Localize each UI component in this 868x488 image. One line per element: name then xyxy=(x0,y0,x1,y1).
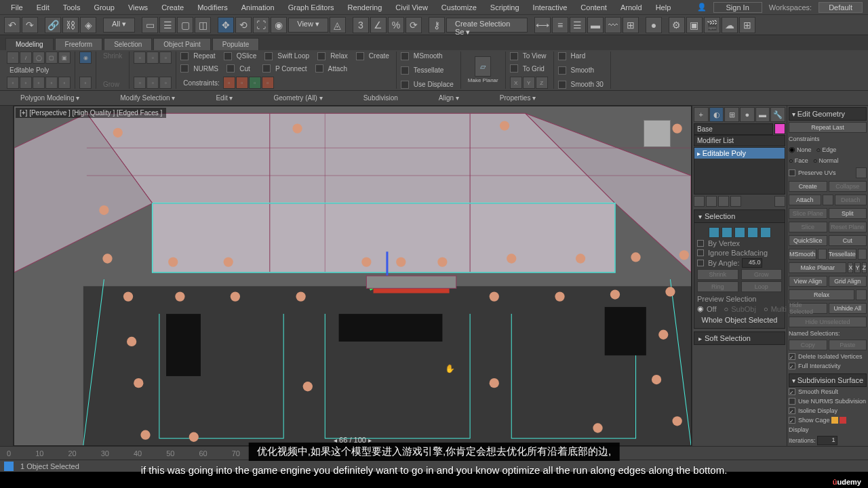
relax-btn[interactable]: Relax xyxy=(328,52,351,60)
sel-edge[interactable] xyxy=(722,227,732,238)
hard-btn[interactable]: Hard xyxy=(568,52,589,60)
viewcube[interactable] xyxy=(637,113,677,154)
menu-customize[interactable]: Customize xyxy=(436,2,482,13)
menu-create[interactable]: Create xyxy=(156,2,189,13)
render-button[interactable]: 🎬 xyxy=(704,17,720,33)
g1[interactable]: ▫ xyxy=(134,52,146,64)
togrid-btn[interactable]: To Grid xyxy=(520,64,547,73)
full-interactivity[interactable]: Full Interactivity xyxy=(798,363,841,369)
outline-btn[interactable]: ▫ xyxy=(45,77,58,89)
menu-edit[interactable]: Edit xyxy=(31,2,55,13)
tessellate-btn[interactable]: Tessellate xyxy=(411,66,446,75)
spinner-snap-button[interactable]: ⟳ xyxy=(406,17,422,33)
modifier-list[interactable]: Modifier List xyxy=(694,135,785,146)
c3[interactable]: ▫ xyxy=(249,77,261,89)
bevel-btn[interactable]: ▫ xyxy=(20,77,32,89)
grid-align[interactable]: Grid Align xyxy=(829,276,867,287)
edge-mode[interactable]: / xyxy=(20,52,32,64)
c2[interactable]: ▫ xyxy=(236,77,248,89)
use-nurms[interactable]: Use NURMS Subdivision xyxy=(798,398,866,405)
mp-y[interactable]: Y xyxy=(854,262,860,273)
constraint-none[interactable]: None xyxy=(797,146,812,153)
nurms-btn[interactable]: NURMS xyxy=(191,64,221,73)
show-cage[interactable]: Show Cage xyxy=(798,417,830,424)
select-name-button[interactable]: ☰ xyxy=(159,17,176,33)
unhide-all[interactable]: Unhide All xyxy=(829,303,867,314)
poly-modeling-dropdown[interactable]: Polygon Modeling ▾ xyxy=(20,94,79,102)
bind-button[interactable]: ◈ xyxy=(80,17,96,33)
tab-freeform[interactable]: Freeform xyxy=(55,38,103,50)
display-tab[interactable]: ▬ xyxy=(755,107,770,122)
curve-editor-button[interactable]: 〰 xyxy=(605,17,621,33)
menu-animation[interactable]: Animation xyxy=(236,2,280,13)
menu-arnold[interactable]: Arnold xyxy=(615,2,648,13)
pivot-button[interactable]: ◬ xyxy=(330,17,346,33)
workspace-select[interactable]: Default xyxy=(818,2,863,13)
hide-unselected[interactable]: Hide Unselected xyxy=(789,317,867,327)
motion-tab[interactable]: ● xyxy=(740,107,755,122)
repeat-last[interactable]: Repeat Last xyxy=(789,122,867,133)
preview-multi[interactable]: Multi xyxy=(771,305,787,313)
edit-dropdown[interactable]: Edit ▾ xyxy=(216,94,233,102)
pconnect-btn[interactable]: P Connect xyxy=(273,64,310,73)
unlink-button[interactable]: ⛓ xyxy=(62,17,79,33)
align-dropdown[interactable]: Align ▾ xyxy=(439,94,459,102)
shrink-sel[interactable]: Shrink xyxy=(697,269,738,280)
menu-graph[interactable]: Graph Editors xyxy=(283,2,340,13)
modifier-stack[interactable]: ▸ Editable Poly xyxy=(694,147,785,195)
loop-sel[interactable]: Loop xyxy=(741,281,783,292)
mirror-button[interactable]: ⟷ xyxy=(534,17,551,33)
attach-opts[interactable] xyxy=(823,195,833,205)
cut2-btn[interactable]: Cut xyxy=(829,235,867,246)
menu-views[interactable]: Views xyxy=(123,2,153,13)
y-btn[interactable]: Y xyxy=(523,77,535,89)
slice-btn[interactable]: Slice xyxy=(789,222,827,232)
subdivision-label[interactable]: Subdivision xyxy=(363,94,398,102)
relax-opts[interactable] xyxy=(856,289,867,300)
g6[interactable]: ▫ xyxy=(159,77,172,89)
utilities-tab[interactable]: 🔧 xyxy=(770,107,785,122)
delete-isolated[interactable]: Delete Isolated Vertices xyxy=(798,353,863,360)
g3[interactable]: ▫ xyxy=(159,52,172,64)
tess-opts[interactable] xyxy=(858,249,867,260)
modify-tab[interactable]: ◐ xyxy=(709,107,724,122)
menu-group[interactable]: Group xyxy=(88,2,120,13)
vertex-mode[interactable]: · xyxy=(7,52,19,64)
paste-sel[interactable]: Paste xyxy=(829,340,867,350)
angle-snap-button[interactable]: ∠ xyxy=(370,17,387,33)
preview-off[interactable]: Off xyxy=(707,305,716,313)
msmooth-opts[interactable] xyxy=(818,249,827,260)
c4[interactable]: ▫ xyxy=(262,77,274,89)
slice-plane-btn[interactable]: Slice Plane xyxy=(789,208,827,219)
swiftloop-btn[interactable]: Swift Loop xyxy=(275,52,312,60)
constraint-edge[interactable]: Edge xyxy=(822,146,836,153)
z-btn[interactable]: Z xyxy=(536,77,548,89)
rcreate-btn[interactable]: Create xyxy=(366,52,392,60)
create-tab[interactable]: + xyxy=(694,107,709,122)
render-frame-button[interactable]: ▣ xyxy=(686,17,703,33)
geometry-dropdown[interactable]: Geometry (All) ▾ xyxy=(273,94,322,102)
view-align[interactable]: View Align xyxy=(789,276,827,287)
x-btn[interactable]: X xyxy=(510,77,522,89)
toggle-ribbon-button[interactable]: ▬ xyxy=(587,17,604,33)
constraint-normal[interactable]: Normal xyxy=(818,157,838,164)
config-mod[interactable] xyxy=(774,196,785,207)
show-end[interactable] xyxy=(706,196,717,207)
smooth-btn[interactable]: Smooth xyxy=(568,66,597,75)
sel-element[interactable] xyxy=(760,227,771,238)
material-editor-button[interactable]: ● xyxy=(646,17,662,33)
border-mode[interactable]: ◯ xyxy=(33,52,45,64)
mp-x[interactable]: X xyxy=(848,262,853,273)
tessellate2-btn[interactable]: Tessellate xyxy=(828,249,856,260)
layers-button[interactable]: ☰ xyxy=(570,17,586,33)
selection-set[interactable]: Create Selection Se ▾ xyxy=(446,18,528,33)
render-setup-button[interactable]: ⚙ xyxy=(669,17,685,33)
msmooth-btn[interactable]: MSmooth xyxy=(411,52,446,60)
percent-snap-button[interactable]: % xyxy=(388,17,404,33)
c1[interactable]: ▫ xyxy=(223,77,235,89)
pin-stack[interactable] xyxy=(694,196,705,207)
tab-objectpaint[interactable]: Object Paint xyxy=(153,38,210,50)
remove-mod[interactable] xyxy=(730,196,741,207)
ring-sel[interactable]: Ring xyxy=(697,281,738,292)
flip-btn[interactable]: ▫ xyxy=(58,77,71,89)
